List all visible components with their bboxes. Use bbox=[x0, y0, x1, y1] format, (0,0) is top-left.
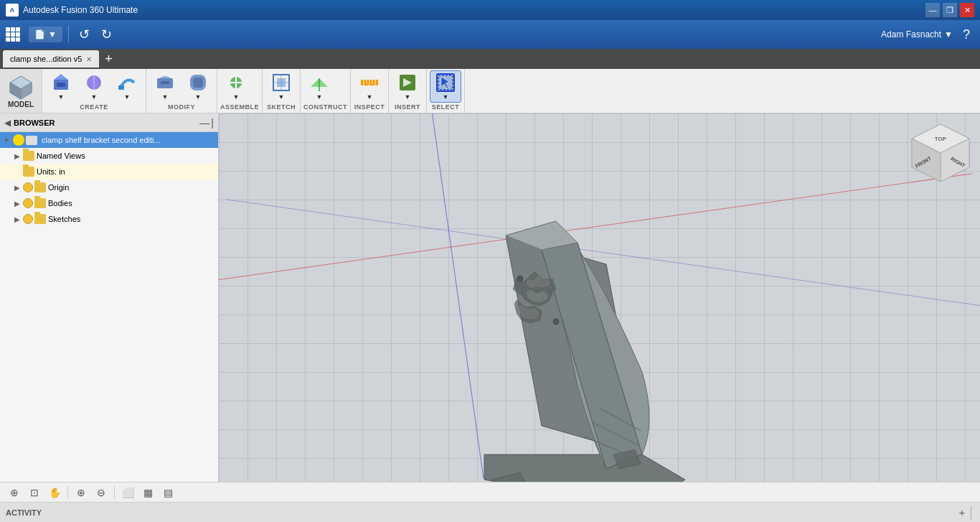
tree-bodies-item[interactable]: ▶ Bodies bbox=[0, 195, 218, 211]
browser-pin-button[interactable]: | bbox=[211, 117, 214, 129]
view-cube[interactable]: TOP FRONT RIGHT bbox=[908, 121, 973, 185]
model-svg bbox=[448, 171, 721, 482]
activity-label: ACTIVITY bbox=[6, 508, 956, 517]
redo-button[interactable]: ↻ bbox=[97, 24, 116, 45]
fillet-label: ▼ bbox=[195, 93, 202, 101]
svg-point-47 bbox=[553, 319, 559, 325]
svg-point-46 bbox=[517, 276, 523, 281]
browser-actions: — | bbox=[199, 117, 214, 129]
environment-button[interactable]: ▤ bbox=[159, 485, 176, 500]
toolbar-separator-2 bbox=[114, 486, 115, 499]
tree-sketches-item[interactable]: ▶ Sketches bbox=[0, 211, 218, 227]
create-label: CREATE bbox=[45, 103, 143, 111]
modify-button[interactable]: ▼ bbox=[149, 71, 181, 102]
grid-button[interactable]: ▦ bbox=[139, 485, 156, 500]
fillet-button[interactable]: ▼ bbox=[182, 71, 214, 102]
origin-expand-icon[interactable]: ▶ bbox=[14, 184, 23, 192]
inspect-label: INSPECT bbox=[354, 103, 385, 111]
bottom-toolbar: ⊕ ⊡ ✋ ⊕ ⊖ ⬜ ▦ ▤ bbox=[0, 482, 980, 502]
measure-button[interactable]: ▼ bbox=[354, 71, 385, 102]
revolve-button[interactable]: ▼ bbox=[78, 71, 110, 102]
select-buttons: ▼ bbox=[430, 70, 461, 103]
zoom-out-button[interactable]: ⊖ bbox=[93, 485, 110, 500]
units-label: Units: in bbox=[37, 167, 65, 176]
file-menu-button[interactable]: 📄 ▼ bbox=[29, 27, 62, 42]
construct-buttons: ▼ bbox=[303, 70, 347, 103]
svg-rect-10 bbox=[118, 85, 124, 90]
tab-item[interactable]: clamp she...dition v5 ✕ bbox=[3, 50, 99, 67]
browser-collapse-button[interactable]: — bbox=[199, 117, 209, 129]
tab-close-button[interactable]: ✕ bbox=[86, 55, 92, 63]
toolbar-section-insert: ▼ INSERT bbox=[389, 69, 427, 113]
bodies-expand-icon[interactable]: ▶ bbox=[14, 200, 23, 208]
named-views-expand-icon[interactable]: ▶ bbox=[14, 152, 23, 160]
toolbar-section-construct: ▼ CONSTRUCT bbox=[301, 69, 351, 113]
tab-label: clamp she...dition v5 bbox=[10, 55, 82, 63]
minimize-button[interactable]: — bbox=[925, 3, 940, 17]
root-visibility-icon[interactable] bbox=[13, 134, 24, 146]
extrude-button[interactable]: ▼ bbox=[45, 71, 77, 102]
bodies-label: Bodies bbox=[48, 199, 72, 208]
orbit-button[interactable]: ⊕ bbox=[6, 485, 23, 500]
close-button[interactable]: ✕ bbox=[960, 3, 974, 17]
svg-rect-21 bbox=[277, 78, 286, 87]
window-controls: — ❐ ✕ bbox=[925, 3, 974, 17]
display-mode-button[interactable]: ⬜ bbox=[119, 485, 136, 500]
user-chevron: ▼ bbox=[944, 29, 953, 39]
origin-visibility-icon[interactable] bbox=[23, 182, 33, 192]
joint-label: ▼ bbox=[233, 93, 240, 101]
origin-folder-icon bbox=[34, 182, 46, 192]
insert-label: ▼ bbox=[405, 93, 411, 101]
model-label: MODEL bbox=[8, 101, 34, 108]
toolbar-section-create: ▼ ▼ ▼ CREATE bbox=[42, 69, 146, 113]
title-bar: A Autodesk Fusion 360 Ultimate — ❐ ✕ bbox=[0, 0, 980, 20]
modify-label: ▼ bbox=[162, 93, 169, 101]
select-label: SELECT bbox=[430, 103, 461, 111]
user-info[interactable]: Adam Fasnacht ▼ bbox=[881, 29, 953, 39]
file-chevron: ▼ bbox=[48, 29, 57, 39]
tab-bar: clamp she...dition v5 ✕ + bbox=[0, 49, 980, 69]
model-cube-icon bbox=[7, 73, 34, 101]
svg-marker-5 bbox=[54, 74, 68, 80]
menu-separator-1 bbox=[68, 26, 69, 43]
undo-button[interactable]: ↺ bbox=[75, 24, 94, 45]
tree-named-views-item[interactable]: ▶ Named Views bbox=[0, 148, 218, 164]
maximize-button[interactable]: ❐ bbox=[943, 3, 957, 17]
sketches-expand-icon[interactable]: ▶ bbox=[14, 215, 23, 223]
browser-back-button[interactable]: ◀ bbox=[4, 118, 11, 128]
help-button[interactable]: ? bbox=[958, 24, 974, 45]
sketches-visibility-icon[interactable] bbox=[23, 214, 33, 224]
extrude-icon bbox=[51, 73, 71, 93]
insert-button[interactable]: ▼ bbox=[392, 71, 423, 102]
pan-button[interactable]: ✋ bbox=[46, 485, 63, 500]
new-tab-button[interactable]: + bbox=[99, 52, 118, 67]
inspect-buttons: ▼ bbox=[354, 70, 385, 103]
bodies-visibility-icon[interactable] bbox=[23, 198, 33, 208]
toolbar-section-assemble: ▼ ASSEMBLE bbox=[217, 69, 263, 113]
sketch-buttons: ▼ bbox=[265, 70, 297, 103]
root-expand-icon[interactable]: ▼ bbox=[3, 136, 11, 144]
app-title: Autodesk Fusion 360 Ultimate bbox=[23, 5, 925, 15]
main-area: ◀ BROWSER — | ▼ clamp shelf bracket seco… bbox=[0, 113, 980, 482]
plane-button[interactable]: ▼ bbox=[303, 71, 335, 102]
sketch-label: ▼ bbox=[278, 93, 285, 101]
zoom-in-button[interactable]: ⊕ bbox=[72, 485, 90, 500]
tree-origin-item[interactable]: ▶ Origin bbox=[0, 180, 218, 195]
select-button[interactable]: ▼ bbox=[430, 70, 461, 103]
activity-separator bbox=[971, 506, 971, 519]
insert-label: INSERT bbox=[392, 103, 423, 111]
named-views-label: Named Views bbox=[37, 152, 85, 160]
units-folder-icon bbox=[23, 167, 34, 177]
sketch-button[interactable]: ▼ bbox=[265, 71, 297, 102]
app-grid-icon[interactable] bbox=[6, 27, 20, 42]
sweep-button[interactable]: ▼ bbox=[111, 71, 143, 102]
activity-expand-button[interactable]: + bbox=[959, 507, 965, 518]
viewport[interactable]: TOP FRONT RIGHT bbox=[219, 113, 980, 482]
tree-root-item[interactable]: ▼ clamp shelf bracket second editi... bbox=[0, 132, 218, 148]
home-view-button[interactable]: ⊡ bbox=[26, 485, 43, 500]
joint-button[interactable]: ▼ bbox=[220, 71, 252, 102]
sketch-icon bbox=[271, 73, 291, 93]
model-section[interactable]: MODEL bbox=[0, 69, 42, 113]
tree-units-item: Units: in bbox=[0, 164, 218, 180]
assemble-buttons: ▼ bbox=[220, 70, 259, 103]
